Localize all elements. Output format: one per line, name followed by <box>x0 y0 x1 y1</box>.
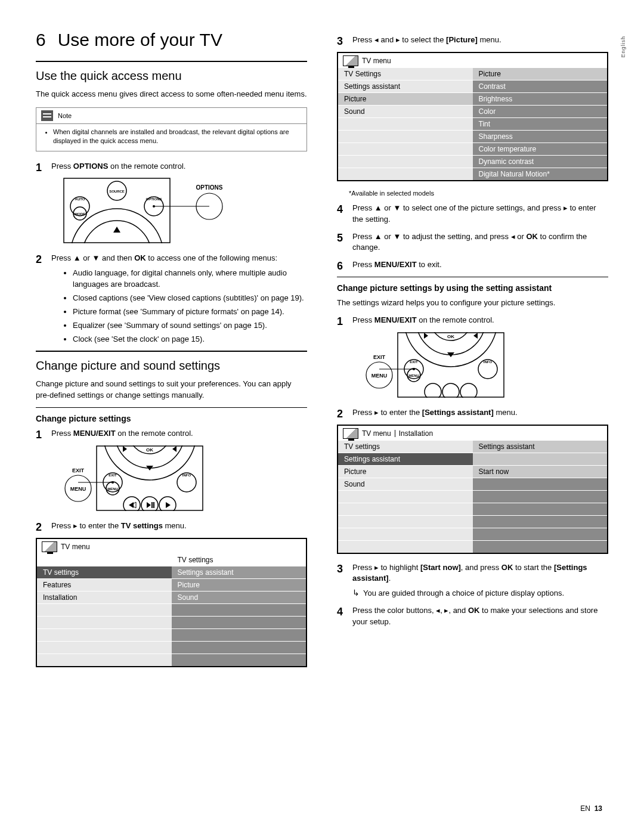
table-cell <box>473 503 608 515</box>
step: Press ▲ or ▼ and then OK to access one o… <box>36 253 307 345</box>
table-row: Settings assistantContrast <box>338 80 607 92</box>
table-row: Color temperature <box>338 143 607 155</box>
remote-diagram-options: SOURCE AUTO MODE OPTIONS OPTIONS <box>63 178 236 243</box>
svg-text:SOURCE: SOURCE <box>109 190 125 193</box>
step: Press OPTIONS on the remote control. SOU… <box>36 161 307 244</box>
svg-point-63 <box>442 383 459 398</box>
step: Press MENU/EXIT on the remote control. O… <box>337 315 608 398</box>
step: Press ▸ to enter the [Settings assistant… <box>337 407 608 419</box>
table-row: Tint <box>338 117 607 130</box>
remote-diagram-menu: OK EXIT MENU INFO <box>364 332 537 398</box>
tv-icon <box>343 428 358 439</box>
svg-text:AUTO: AUTO <box>75 197 85 201</box>
table-cell: Contrast <box>473 80 608 92</box>
step: Press the color buttons, ◂, ▸, and OK to… <box>337 605 608 628</box>
table-cell <box>473 528 608 540</box>
svg-text:OK: OK <box>146 447 153 453</box>
bullet-item: Closed captions (see 'View closed captio… <box>73 293 307 304</box>
svg-marker-24 <box>172 446 177 452</box>
table-cell <box>473 516 608 528</box>
table-cell: Digital Natural Motion* <box>473 168 608 180</box>
table-cell <box>172 642 306 654</box>
table-cell: Sound <box>172 592 306 603</box>
step: Press ▲ or ▼ to select one of the pictur… <box>337 203 608 225</box>
svg-rect-18 <box>97 446 203 510</box>
table-row <box>338 528 607 540</box>
table-header: TV settings <box>172 554 306 566</box>
table-cell <box>37 604 172 616</box>
table-cell: Brightness <box>473 93 608 105</box>
table-cell: TV settings <box>37 566 172 578</box>
svg-text:MENU: MENU <box>107 487 118 491</box>
table-cell <box>37 654 172 666</box>
table-row <box>338 490 607 503</box>
svg-rect-47 <box>398 333 504 397</box>
chapter-title: 6 Use more of your TV <box>36 30 307 50</box>
step: Press MENU/EXIT to exit. <box>337 259 608 271</box>
breadcrumb: TV menu <box>61 543 90 551</box>
note-icon <box>41 110 53 121</box>
bullet-item: Equalizer (see 'Summary of sound setting… <box>73 320 307 332</box>
table-cell: TV Settings <box>338 68 473 80</box>
svg-text:MENU: MENU <box>70 486 86 492</box>
menu-table-picture: TV menu TV SettingsPictureSettings assis… <box>337 52 608 181</box>
menu-bullets: Audio language, for digital channels onl… <box>73 268 307 345</box>
svg-text:MENU: MENU <box>408 374 419 377</box>
table-cell <box>37 642 172 654</box>
table-cell: Sound <box>338 478 473 490</box>
table-cell <box>338 503 473 515</box>
divider <box>36 351 307 352</box>
step: Press ◂ and ▸ to select the [Picture] me… <box>337 35 608 46</box>
table-row: Dynamic contrast <box>338 155 607 168</box>
table-cell <box>338 541 473 553</box>
svg-marker-37 <box>147 502 151 508</box>
table-row: PictureStart now <box>338 465 607 478</box>
table-cell: Picture <box>338 93 473 105</box>
table-cell <box>338 118 473 130</box>
svg-text:EXIT: EXIT <box>410 360 418 364</box>
table-cell: Settings assistant <box>172 566 306 578</box>
table-cell <box>338 516 473 528</box>
footnote: *Available in selected models <box>349 190 608 197</box>
table-row: TV SettingsPicture <box>338 67 607 80</box>
table-cell <box>172 604 306 616</box>
language-tab: English <box>620 36 626 58</box>
svg-rect-1 <box>64 178 170 243</box>
breadcrumb: TV menu <box>362 57 391 65</box>
svg-text:INFO: INFO <box>182 473 191 477</box>
breadcrumb: TV menu <box>362 429 391 438</box>
table-row <box>37 654 306 666</box>
table-row: FeaturesPicture <box>37 578 306 591</box>
result-text: You are guided through a choice of pictu… <box>363 589 564 597</box>
table-cell: Features <box>37 579 172 591</box>
table-row: TV settingsSettings assistant <box>37 566 306 578</box>
step: Press ▸ to enter the TV settings menu. <box>36 521 307 532</box>
table-cell <box>473 491 608 503</box>
svg-text:OK: OK <box>447 334 454 339</box>
table-cell <box>338 491 473 503</box>
table-cell <box>473 541 608 553</box>
tv-icon <box>343 55 358 66</box>
table-row: Sound <box>338 478 607 490</box>
table-row: InstallationSound <box>37 591 306 603</box>
svg-text:EXIT: EXIT <box>72 467 85 473</box>
divider <box>36 61 307 62</box>
svg-marker-52 <box>424 333 428 339</box>
tv-icon <box>42 541 57 552</box>
note-label: Note <box>58 112 72 119</box>
svg-text:OPTIONS: OPTIONS <box>196 184 222 191</box>
note-box: Note When digital channels are installed… <box>36 107 307 151</box>
table-cell: Settings assistant <box>338 453 473 465</box>
table-row <box>37 628 306 641</box>
svg-text:MODE: MODE <box>75 212 85 216</box>
table-cell <box>338 168 473 180</box>
bullet-item: Audio language, for digital channels onl… <box>73 268 307 290</box>
svg-marker-4 <box>113 227 120 233</box>
table-row: TV settingsSettings assistant <box>338 440 607 453</box>
svg-text:OPTIONS: OPTIONS <box>145 197 162 201</box>
table-cell <box>37 617 172 628</box>
svg-text:MENU: MENU <box>371 373 388 379</box>
table-cell <box>473 478 608 490</box>
step: Press ▲ or ▼ to adjust the setting, and … <box>337 231 608 254</box>
table-cell: Settings assistant <box>338 80 473 92</box>
